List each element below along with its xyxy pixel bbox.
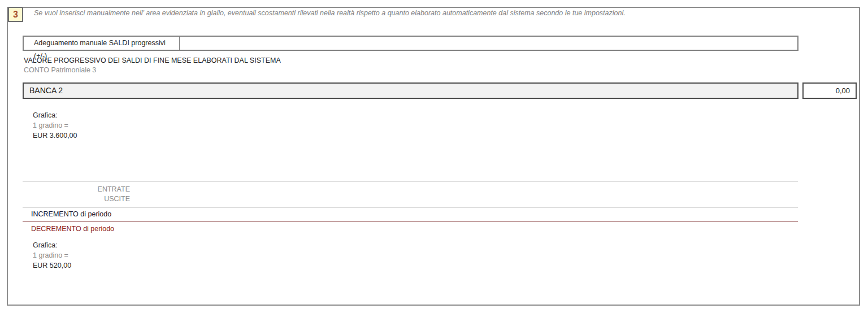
incremento-bottom-rule: [23, 221, 798, 221]
uscite-label: USCITE: [23, 195, 130, 203]
grafica-incrementi-step-value: EUR 520,00: [33, 261, 71, 270]
grafica-saldi-step-label: 1 gradino =: [33, 121, 68, 130]
oltre-value: 0,00: [804, 84, 856, 98]
instruction-text: Se vuoi inserisci manualmente nell' area…: [34, 9, 656, 19]
entrate-label: ENTRATE: [23, 185, 130, 194]
grafica-saldi-label: Grafica:: [33, 111, 58, 120]
incremento-label: INCREMENTO di periodo: [31, 210, 111, 219]
step-number-badge: 3: [8, 7, 23, 22]
account-label: BANCA 2: [24, 84, 130, 98]
manual-adjustment-label: Adeguamento manuale SALDI progressivi (+…: [24, 37, 180, 50]
grafica-incrementi-label: Grafica:: [33, 241, 58, 250]
account-balance-row: [23, 82, 798, 99]
sheet-frame: [7, 7, 860, 306]
cashflow-worksheet: 3 Se vuoi inserisci manualmente nell' ar…: [0, 0, 868, 313]
decremento-label: DECREMENTO di periodo: [31, 224, 114, 233]
account-name: CONTO Patrimoniale 3: [24, 66, 96, 75]
incremento-top-rule: [23, 207, 798, 207]
section-title: VALORE PROGRESSIVO DEI SALDI DI FINE MES…: [24, 56, 281, 65]
grafica-saldi-step-value: EUR 3.600,00: [33, 131, 77, 140]
grafica-incrementi-step-label: 1 gradino =: [33, 251, 68, 260]
flows-divider: [23, 181, 798, 182]
